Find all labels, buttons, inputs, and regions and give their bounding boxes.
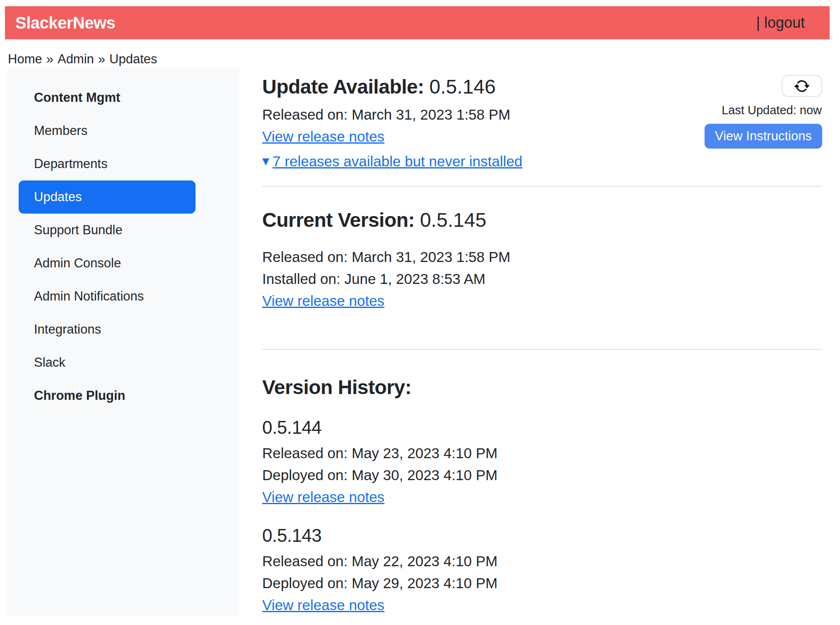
breadcrumb-home[interactable]: Home bbox=[8, 52, 42, 66]
release-notes-link[interactable]: View release notes bbox=[262, 487, 384, 507]
update-release-notes-link[interactable]: View release notes bbox=[262, 127, 384, 146]
logout-link[interactable]: | logout bbox=[756, 14, 805, 31]
breadcrumb: Home»Admin»Updates bbox=[8, 52, 840, 67]
release-entry: 0.5.144Released on: May 23, 2023 4:10 PM… bbox=[262, 417, 822, 507]
sidebar-item-content-mgmt[interactable]: Content Mgmt bbox=[19, 81, 196, 114]
sidebar-item-members[interactable]: Members bbox=[19, 114, 196, 147]
release-released-on: Released on: May 22, 2023 4:10 PM bbox=[262, 551, 822, 571]
section-divider bbox=[262, 349, 822, 350]
page-layout: Content MgmtMembersDepartmentsUpdatesSup… bbox=[0, 67, 840, 615]
pending-releases-toggle[interactable]: ▾7 releases available but never installe… bbox=[262, 151, 522, 171]
breadcrumb-separator: » bbox=[46, 52, 53, 66]
sidebar-item-slack[interactable]: Slack bbox=[19, 346, 196, 379]
sidebar-item-support-bundle[interactable]: Support Bundle bbox=[19, 214, 196, 247]
main-content: Update Available: 0.5.146 Released on: M… bbox=[262, 75, 822, 615]
breadcrumb-updates[interactable]: Updates bbox=[109, 52, 157, 66]
version-history-section: Version History: 0.5.144Released on: May… bbox=[262, 375, 822, 615]
current-released-on: Released on: March 31, 2023 1:58 PM bbox=[262, 247, 822, 267]
caret-down-icon: ▾ bbox=[262, 153, 269, 168]
current-installed-on: Installed on: June 1, 2023 8:53 AM bbox=[262, 269, 822, 288]
release-version: 0.5.143 bbox=[262, 525, 822, 546]
current-version-section: Current Version: 0.5.145 Released on: Ma… bbox=[262, 208, 822, 310]
sidebar-nav: Content MgmtMembersDepartmentsUpdatesSup… bbox=[19, 81, 196, 412]
last-updated-label: Last Updated: now bbox=[722, 103, 822, 117]
sidebar-item-integrations[interactable]: Integrations bbox=[19, 313, 196, 346]
sidebar-item-admin-console[interactable]: Admin Console bbox=[19, 247, 196, 280]
current-release-notes-link[interactable]: View release notes bbox=[262, 291, 384, 310]
app-header: SlackerNews | logout bbox=[5, 6, 830, 39]
sidebar: Content MgmtMembersDepartmentsUpdatesSup… bbox=[7, 67, 239, 615]
current-version-title: Current Version: 0.5.145 bbox=[262, 208, 822, 232]
sidebar-item-updates[interactable]: Updates bbox=[19, 180, 196, 214]
sidebar-item-admin-notifications[interactable]: Admin Notifications bbox=[19, 280, 196, 313]
breadcrumb-admin[interactable]: Admin bbox=[58, 52, 94, 66]
release-notes-link[interactable]: View release notes bbox=[262, 595, 384, 615]
sidebar-item-departments[interactable]: Departments bbox=[19, 147, 196, 180]
section-divider bbox=[262, 186, 822, 187]
current-version-number: 0.5.145 bbox=[420, 209, 486, 231]
sidebar-item-chrome-plugin[interactable]: Chrome Plugin bbox=[19, 379, 196, 412]
update-available-label: Update Available: bbox=[262, 76, 424, 98]
update-available-version: 0.5.146 bbox=[430, 76, 496, 98]
release-entry: 0.5.143Released on: May 22, 2023 4:10 PM… bbox=[262, 525, 822, 615]
refresh-button[interactable] bbox=[782, 75, 822, 97]
current-version-label: Current Version: bbox=[262, 209, 415, 231]
update-controls: Last Updated: now View Instructions bbox=[705, 75, 822, 149]
version-history-title: Version History: bbox=[262, 375, 822, 399]
update-available-section: Update Available: 0.5.146 Released on: M… bbox=[262, 75, 822, 171]
release-deployed-on: Deployed on: May 30, 2023 4:10 PM bbox=[262, 465, 822, 485]
pending-releases-link[interactable]: 7 releases available but never installed bbox=[273, 151, 522, 171]
update-available-info: Update Available: 0.5.146 Released on: M… bbox=[262, 75, 522, 171]
refresh-icon bbox=[794, 79, 809, 94]
update-available-title: Update Available: 0.5.146 bbox=[262, 75, 522, 99]
release-deployed-on: Deployed on: May 29, 2023 4:10 PM bbox=[262, 573, 822, 593]
view-instructions-button[interactable]: View Instructions bbox=[705, 124, 822, 149]
update-released-on: Released on: March 31, 2023 1:58 PM bbox=[262, 105, 522, 124]
release-released-on: Released on: May 23, 2023 4:10 PM bbox=[262, 443, 822, 463]
version-history-list: 0.5.144Released on: May 23, 2023 4:10 PM… bbox=[262, 417, 822, 615]
release-version: 0.5.144 bbox=[262, 417, 822, 438]
brand-logo[interactable]: SlackerNews bbox=[15, 14, 115, 32]
breadcrumb-separator: » bbox=[98, 52, 105, 66]
